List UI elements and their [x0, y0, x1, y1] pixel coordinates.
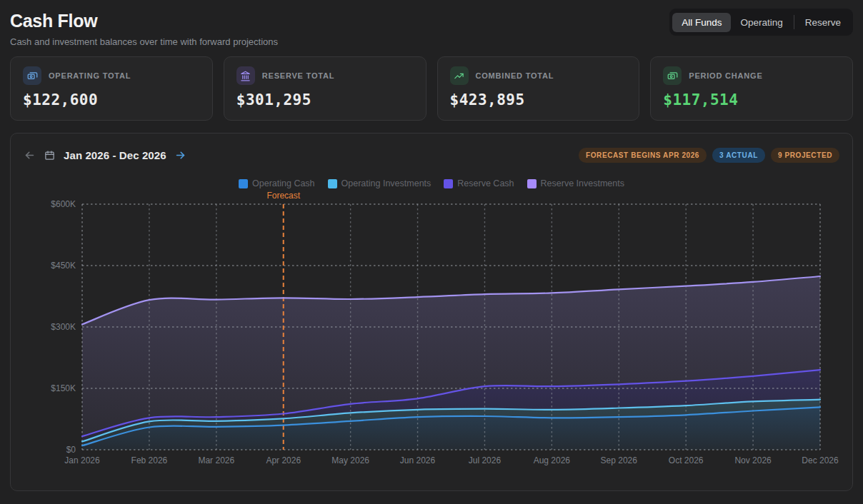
svg-text:Oct 2026: Oct 2026	[669, 455, 704, 465]
trending-up-icon	[450, 66, 469, 85]
tab-operating[interactable]: Operating	[731, 13, 792, 32]
stat-card-combined-total: COMBINED TOTAL $423,895	[437, 56, 640, 121]
stat-card-reserve-total: RESERVE TOTAL $301,295	[224, 56, 426, 121]
svg-text:$300K: $300K	[51, 322, 76, 332]
projected-count-badge: 9 PROJECTED	[771, 148, 839, 163]
fund-tabs: All Funds Operating Reserve	[669, 9, 853, 36]
legend-swatch	[444, 179, 453, 188]
stat-value: $423,895	[450, 91, 627, 109]
date-navigation: Jan 2026 - Dec 2026	[24, 149, 187, 162]
legend-item-reserve-cash[interactable]: Reserve Cash	[444, 178, 514, 188]
stat-card-period-change: PERIOD CHANGE $117,514	[650, 56, 853, 121]
svg-text:$600K: $600K	[51, 199, 76, 209]
svg-text:Apr 2026: Apr 2026	[266, 455, 301, 465]
banknotes-icon	[663, 66, 682, 85]
svg-text:Jun 2026: Jun 2026	[400, 455, 436, 465]
svg-text:$150K: $150K	[51, 383, 76, 393]
banknotes-icon	[23, 66, 41, 85]
tab-reserve[interactable]: Reserve	[796, 13, 850, 32]
svg-text:Jan 2026: Jan 2026	[64, 455, 100, 465]
legend-label: Reserve Cash	[457, 178, 514, 188]
date-range-label: Jan 2026 - Dec 2026	[64, 149, 166, 161]
page-subtitle: Cash and investment balances over time w…	[10, 36, 853, 47]
stats-row: OPERATING TOTAL $122,600 RESERVE TOTAL $…	[10, 56, 853, 121]
chart-badges: FORECAST BEGINS APR 2026 3 ACTUAL 9 PROJ…	[579, 148, 839, 163]
svg-text:Forecast: Forecast	[266, 191, 300, 201]
svg-text:Aug 2026: Aug 2026	[534, 455, 571, 465]
svg-text:Dec 2026: Dec 2026	[802, 455, 839, 465]
legend-label: Reserve Investments	[541, 178, 624, 188]
cash-flow-chart-panel: Jan 2026 - Dec 2026 FORECAST BEGINS APR …	[10, 133, 853, 491]
stat-label: PERIOD CHANGE	[689, 71, 762, 80]
prev-period-arrow-icon[interactable]	[24, 149, 36, 162]
bank-icon	[236, 66, 255, 85]
stat-value: $301,295	[236, 91, 414, 109]
forecast-begins-badge: FORECAST BEGINS APR 2026	[579, 148, 707, 163]
legend-item-operating-cash[interactable]: Operating Cash	[239, 178, 315, 188]
legend-swatch	[239, 179, 248, 188]
svg-text:Nov 2026: Nov 2026	[734, 455, 772, 465]
actual-count-badge: 3 ACTUAL	[712, 148, 765, 163]
svg-text:Feb 2026: Feb 2026	[131, 455, 168, 465]
legend-item-reserve-investments[interactable]: Reserve Investments	[527, 178, 624, 188]
calendar-icon[interactable]	[44, 150, 56, 161]
svg-text:May 2026: May 2026	[331, 455, 369, 465]
stat-value: $117,514	[663, 91, 840, 109]
svg-text:Sep 2026: Sep 2026	[601, 455, 638, 465]
tab-divider	[794, 15, 794, 29]
stat-value: $122,600	[23, 91, 200, 109]
svg-text:$0: $0	[66, 445, 76, 455]
stat-label: RESERVE TOTAL	[262, 71, 334, 80]
legend-swatch	[328, 179, 337, 188]
tab-all-funds[interactable]: All Funds	[672, 13, 731, 32]
stat-label: OPERATING TOTAL	[49, 71, 131, 80]
legend-label: Operating Investments	[341, 178, 432, 188]
svg-text:Jul 2026: Jul 2026	[469, 455, 502, 465]
next-period-arrow-icon[interactable]	[174, 149, 187, 162]
stat-card-operating-total: OPERATING TOTAL $122,600	[10, 56, 213, 121]
legend-label: Operating Cash	[252, 178, 315, 188]
stacked-area-chart[interactable]: $0$150K$300K$450K$600KForecastJan 2026Fe…	[11, 190, 851, 467]
legend-swatch	[527, 179, 537, 188]
legend-item-operating-investments[interactable]: Operating Investments	[328, 178, 432, 188]
stat-label: COMBINED TOTAL	[476, 71, 554, 80]
chart-panel-header: Jan 2026 - Dec 2026 FORECAST BEGINS APR …	[11, 133, 852, 163]
chart-legend: Operating Cash Operating Investments Res…	[11, 178, 852, 188]
svg-text:Mar 2026: Mar 2026	[198, 455, 234, 465]
svg-text:$450K: $450K	[51, 261, 76, 271]
